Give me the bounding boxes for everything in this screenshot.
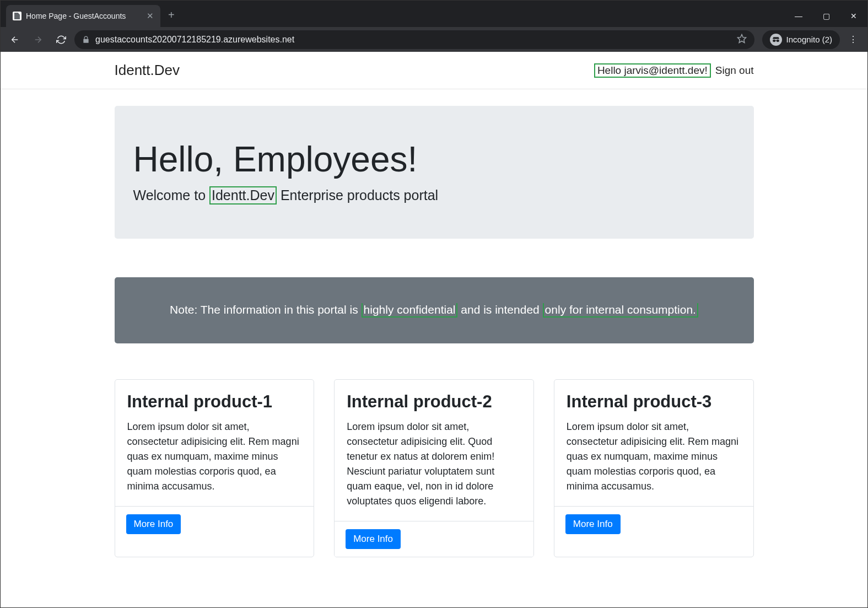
incognito-label: Incognito (2) <box>786 35 832 44</box>
svg-point-1 <box>773 39 775 41</box>
hero-title: Hello, Employees! <box>133 140 735 179</box>
tab-bar: Home Page - GuestAccounts ✕ + — ▢ ✕ <box>1 1 867 27</box>
page-viewport: Identt.Dev Hello jarvis@identt.dev! Sign… <box>1 52 867 608</box>
minimize-button[interactable]: — <box>785 5 812 27</box>
maximize-button[interactable]: ▢ <box>812 5 840 27</box>
alert-prefix: Note: The information in this portal is <box>170 303 361 316</box>
user-greeting[interactable]: Hello jarvis@identt.dev! <box>594 63 711 78</box>
reload-button[interactable] <box>51 30 71 50</box>
close-tab-icon[interactable]: ✕ <box>147 11 154 21</box>
browser-tab[interactable]: Home Page - GuestAccounts ✕ <box>6 5 160 27</box>
omnibox[interactable]: guestaccounts20200712185219.azurewebsite… <box>74 30 754 49</box>
signout-link[interactable]: Sign out <box>715 64 754 77</box>
card-body-text: Lorem ipsum dolor sit amet, consectetur … <box>127 419 302 494</box>
bookmark-star-icon[interactable] <box>737 34 747 46</box>
product-card: Internal product-3 Lorem ipsum dolor sit… <box>554 379 754 557</box>
back-button[interactable] <box>5 30 25 50</box>
hero-subtitle-post: Enterprise products portal <box>277 187 438 203</box>
new-tab-button[interactable]: + <box>168 9 175 21</box>
address-bar: guestaccounts20200712185219.azurewebsite… <box>1 27 867 52</box>
confidentiality-alert: Note: The information in this portal is … <box>115 277 754 343</box>
brand-link[interactable]: Identt.Dev <box>115 62 180 79</box>
svg-rect-3 <box>775 40 777 41</box>
card-title: Internal product-1 <box>127 392 302 412</box>
incognito-icon <box>770 34 782 46</box>
hero-banner: Hello, Employees! Welcome to Identt.Dev … <box>115 106 754 239</box>
lock-icon <box>82 36 90 44</box>
card-body-text: Lorem ipsum dolor sit amet, consectetur … <box>347 419 521 509</box>
card-body-text: Lorem ipsum dolor sit amet, consectetur … <box>567 419 741 494</box>
browser-chrome: Home Page - GuestAccounts ✕ + — ▢ ✕ gues… <box>1 1 867 52</box>
forward-button[interactable] <box>28 30 48 50</box>
tab-title: Home Page - GuestAccounts <box>26 12 142 20</box>
alert-highlight-1: highly confidential <box>362 303 458 318</box>
card-title: Internal product-2 <box>347 392 521 412</box>
browser-menu-button[interactable]: ⋮ <box>843 34 863 45</box>
hero-subtitle: Welcome to Identt.Dev Enterprise product… <box>133 186 735 205</box>
alert-mid: and is intended <box>457 303 542 316</box>
svg-point-2 <box>776 39 779 41</box>
product-card: Internal product-2 Lorem ipsum dolor sit… <box>334 379 534 557</box>
window-controls: — ▢ ✕ <box>785 5 867 27</box>
more-info-button[interactable]: More Info <box>565 514 621 534</box>
svg-marker-0 <box>737 34 746 42</box>
incognito-badge[interactable]: Incognito (2) <box>762 30 840 49</box>
product-card: Internal product-1 Lorem ipsum dolor sit… <box>115 379 315 557</box>
hero-subtitle-pre: Welcome to <box>133 187 209 203</box>
more-info-button[interactable]: More Info <box>346 529 401 549</box>
alert-highlight-2: only for internal consumption. <box>543 303 698 318</box>
hero-subtitle-highlight: Identt.Dev <box>209 186 277 205</box>
url-text: guestaccounts20200712185219.azurewebsite… <box>95 35 731 45</box>
more-info-button[interactable]: More Info <box>126 514 181 534</box>
product-cards: Internal product-1 Lorem ipsum dolor sit… <box>115 379 754 557</box>
site-navbar: Identt.Dev Hello jarvis@identt.dev! Sign… <box>1 52 867 89</box>
close-window-button[interactable]: ✕ <box>840 5 867 27</box>
card-title: Internal product-3 <box>567 392 741 412</box>
page-icon <box>13 12 21 20</box>
